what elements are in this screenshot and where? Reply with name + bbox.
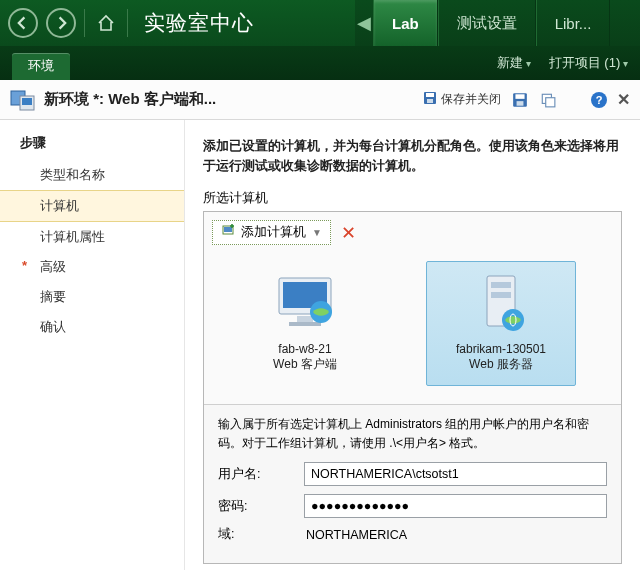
tile-role: Web 服务器 <box>433 356 569 373</box>
credentials-intro: 输入属于所有选定计算机上 Administrators 组的用户帐户的用户名和密… <box>218 415 607 452</box>
step-4[interactable]: 摘要 <box>0 282 184 312</box>
password-label: 密码: <box>218 498 304 515</box>
steps-heading: 步骤 <box>0 134 184 160</box>
step-2[interactable]: 计算机属性 <box>0 222 184 252</box>
domain-value: NORTHAMERICA <box>304 528 407 542</box>
svg-rect-2 <box>22 98 32 105</box>
app-title: 实验室中心 <box>144 9 254 37</box>
back-button[interactable] <box>8 8 38 38</box>
svg-rect-15 <box>297 316 313 322</box>
save-and-close-button[interactable]: 保存并关闭 <box>423 91 501 108</box>
document-title: 新环境 *: Web 客户端和... <box>44 90 216 109</box>
close-editor-button[interactable]: ✕ <box>617 90 630 109</box>
page-intro: 添加已设置的计算机，并为每台计算机分配角色。使用该角色来选择将用于运行测试或收集… <box>203 136 622 176</box>
tab-test-settings[interactable]: 测试设置 <box>438 0 536 46</box>
help-button[interactable]: ? <box>591 92 607 108</box>
tab-lab[interactable]: Lab <box>373 0 438 46</box>
add-computer-icon <box>221 224 235 241</box>
computer-tile-0[interactable]: fab-w8-21Web 客户端 <box>230 261 380 386</box>
open-items-menu[interactable]: 打开项目 (1) <box>549 54 628 72</box>
svg-rect-12 <box>224 227 232 232</box>
username-label: 用户名: <box>218 466 304 483</box>
tile-name: fab-w8-21 <box>237 342 373 356</box>
svg-rect-8 <box>517 101 524 106</box>
selected-computers-label: 所选计算机 <box>203 190 622 207</box>
svg-rect-4 <box>426 93 434 97</box>
copy-button[interactable] <box>539 91 557 109</box>
new-menu[interactable]: 新建 <box>497 54 531 72</box>
svg-rect-10 <box>546 97 555 106</box>
svg-rect-19 <box>491 282 511 288</box>
save-icon <box>423 91 437 108</box>
step-3[interactable]: 高级 <box>0 252 184 282</box>
tile-role: Web 客户端 <box>237 356 373 373</box>
svg-rect-16 <box>289 322 321 326</box>
save-button[interactable] <box>511 91 529 109</box>
divider <box>127 9 128 37</box>
step-1[interactable]: 计算机 <box>0 190 184 222</box>
server-icon <box>467 272 535 334</box>
forward-button[interactable] <box>46 8 76 38</box>
step-0[interactable]: 类型和名称 <box>0 160 184 190</box>
chevron-down-icon: ▼ <box>312 227 322 238</box>
add-computer-label: 添加计算机 <box>241 224 306 241</box>
save-and-close-label: 保存并关闭 <box>441 91 501 108</box>
add-computer-button[interactable]: 添加计算机 ▼ <box>212 220 331 245</box>
tile-name: fabrikam-130501 <box>433 342 569 356</box>
delete-computer-button[interactable]: ✕ <box>341 222 356 244</box>
username-input[interactable] <box>304 462 607 486</box>
environment-icon <box>10 87 36 113</box>
subtab-environments[interactable]: 环境 <box>12 53 70 80</box>
computer-tile-1[interactable]: fabrikam-130501Web 服务器 <box>426 261 576 386</box>
password-input[interactable] <box>304 494 607 518</box>
svg-rect-7 <box>515 94 524 99</box>
home-button[interactable] <box>93 10 119 36</box>
divider <box>84 9 85 37</box>
svg-rect-5 <box>427 99 433 103</box>
selected-computers-group: 添加计算机 ▼ ✕ fab-w8-21Web 客户端fabrikam-13050… <box>203 211 622 564</box>
tab-library[interactable]: Libr... <box>536 0 611 46</box>
monitor-icon <box>271 272 339 334</box>
step-5[interactable]: 确认 <box>0 312 184 342</box>
domain-label: 域: <box>218 526 304 543</box>
svg-rect-20 <box>491 292 511 298</box>
tabs-scroll-left[interactable]: ◀ <box>355 0 373 46</box>
